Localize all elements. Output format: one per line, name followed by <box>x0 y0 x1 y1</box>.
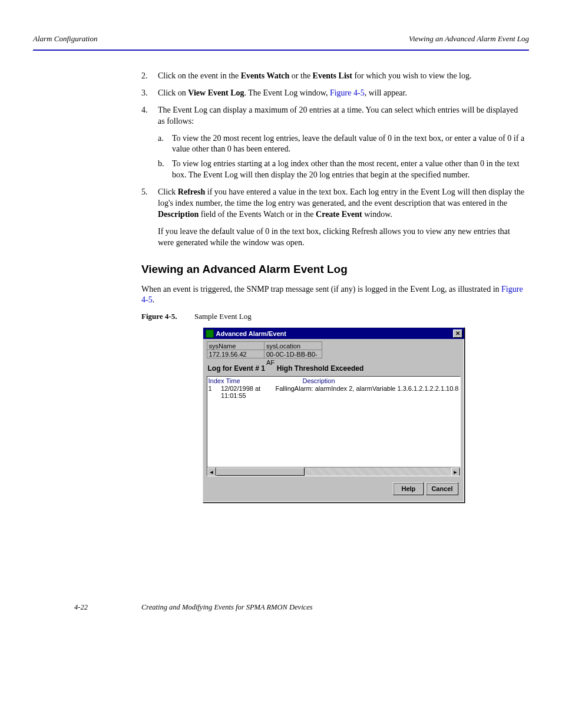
cancel-button[interactable]: Cancel <box>426 482 458 495</box>
header-rule <box>33 50 529 51</box>
note-paragraph: If you leave the default value of 0 in t… <box>158 226 525 249</box>
chevron-right-icon: ► <box>453 469 458 475</box>
header-left: Alarm Configuration <box>33 34 97 44</box>
substep-text: To view log entries starting at a log in… <box>172 159 525 181</box>
sysname-label: sysName <box>207 342 265 350</box>
cell-index: 1 <box>209 385 221 399</box>
substep-letter: b. <box>158 159 172 170</box>
step-text: Click on View Event Log. The Event Log w… <box>158 88 525 99</box>
log-title: Log for Event # 1High Threshold Exceeded <box>207 362 461 376</box>
step-4a: a. To view the 20 most recent log entrie… <box>158 133 525 156</box>
step-text: Click Refresh if you have entered a valu… <box>158 187 525 220</box>
figure-label: Figure 4-5. <box>141 312 194 321</box>
figure-caption-text: Sample Event Log <box>194 312 252 321</box>
list-row[interactable]: 1 12/02/1998 at 11:01:55 FallingAlarm: a… <box>207 385 460 399</box>
step-2: 2. Click on the event in the Events Watc… <box>141 71 525 82</box>
cell-description: FallingAlarm: alarmIndex 2, alarmVariabl… <box>275 385 458 399</box>
event-log-dialog: Advanced Alarm/Event ✕ sysName 172.19.56… <box>203 327 465 503</box>
step-5: 5. Click Refresh if you have entered a v… <box>141 187 525 220</box>
syslocation-value: 00-0C-1D-BB-B0-AF <box>265 350 322 358</box>
syslocation-label: sysLocation <box>265 342 322 350</box>
app-icon <box>206 330 214 338</box>
step-number: 3. <box>141 88 158 99</box>
sysname-value: 172.19.56.42 <box>207 350 265 358</box>
col-time: Time <box>226 377 303 385</box>
running-header: Alarm Configuration Viewing an Advanced … <box>33 34 529 44</box>
scroll-track[interactable] <box>216 467 451 476</box>
event-log-listbox[interactable]: Index Time Description 1 12/02/1998 at 1… <box>207 376 461 476</box>
step-number: 2. <box>141 71 158 82</box>
figure-caption: Figure 4-5. Sample Event Log <box>141 312 525 321</box>
chevron-left-icon: ◄ <box>209 469 214 475</box>
substep-text: To view the 20 most recent log entries, … <box>172 133 525 156</box>
info-grid: sysName 172.19.56.42 sysLocation 00-0C-1… <box>207 341 322 358</box>
titlebar: Advanced Alarm/Event ✕ <box>203 328 464 339</box>
list-header: Index Time Description <box>207 377 460 385</box>
col-index: Index <box>209 377 226 385</box>
step-text: Click on the event in the Events Watch o… <box>158 71 525 82</box>
step-4b: b. To view log entries starting at a log… <box>158 159 525 181</box>
close-icon: ✕ <box>455 331 460 337</box>
page-number: 4-22 <box>74 603 88 612</box>
scroll-left-button[interactable]: ◄ <box>207 467 216 476</box>
cell-time: 12/02/1998 at 11:01:55 <box>221 385 276 399</box>
step-3: 3. Click on View Event Log. The Event Lo… <box>141 88 525 99</box>
scroll-thumb[interactable] <box>216 467 305 476</box>
horizontal-scrollbar[interactable]: ◄ ► <box>207 467 460 476</box>
section-paragraph: When an event is triggered, the SNMP tra… <box>141 284 525 307</box>
col-description: Description <box>303 377 459 385</box>
scroll-right-button[interactable]: ► <box>451 467 460 476</box>
header-right: Viewing an Advanced Alarm Event Log <box>409 34 529 44</box>
step-text: The Event Log can display a maximum of 2… <box>158 105 525 127</box>
section-title: Viewing an Advanced Alarm Event Log <box>141 263 525 276</box>
footer-text: Creating and Modifying Events for SPMA R… <box>141 603 529 612</box>
step-number: 4. <box>141 105 158 116</box>
step-number: 5. <box>141 187 158 198</box>
page-footer: 4-22 Creating and Modifying Events for S… <box>33 603 529 612</box>
help-button[interactable]: Help <box>393 482 424 495</box>
dialog-title: Advanced Alarm/Event <box>216 330 286 337</box>
substep-letter: a. <box>158 133 172 144</box>
close-button[interactable]: ✕ <box>453 330 462 338</box>
figure-link[interactable]: Figure 4-5 <box>330 88 365 97</box>
step-4: 4. The Event Log can display a maximum o… <box>141 105 525 127</box>
